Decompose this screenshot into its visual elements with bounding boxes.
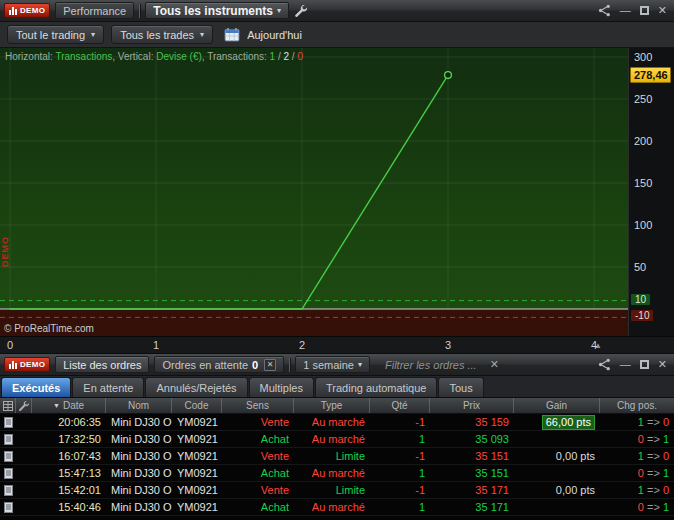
tab-annul-s-rejet-s[interactable]: Annulés/Rejetés: [145, 377, 247, 397]
performance-tab[interactable]: Performance: [55, 2, 134, 19]
mini-chart-icon: [9, 360, 17, 369]
x-tick-label: 0: [7, 339, 13, 351]
tab-ex-cut-s[interactable]: Exécutés: [1, 377, 71, 397]
period-dropdown[interactable]: 1 semaine ▾: [295, 356, 370, 373]
order-row[interactable]: 17:32:50Mini DJ30 O...YM0921AchatAu marc…: [0, 431, 674, 448]
col-header-code[interactable]: Code: [172, 398, 222, 413]
performance-chart-plot[interactable]: Horizontal: Transactions, Vertical: Devi…: [0, 48, 628, 336]
tab-multiples[interactable]: Multiples: [249, 377, 314, 397]
cell-sens: Achat: [222, 501, 294, 513]
cell-type: Au marché: [294, 501, 370, 513]
col-header-nom[interactable]: Nom: [106, 398, 172, 413]
cell-prix: 35 171: [430, 501, 514, 513]
orders-filter-input[interactable]: Filtrer les ordres ...: [385, 359, 477, 371]
period-today-label[interactable]: Aujourd'hui: [247, 29, 302, 41]
tab-en-attente[interactable]: En attente: [72, 377, 144, 397]
cell-type: Au marché: [294, 433, 370, 445]
cell-nom: Mini DJ30 O...: [106, 501, 172, 513]
order-row[interactable]: 16:07:43Mini DJ30 O...YM0921VenteLimite-…: [0, 448, 674, 465]
calendar-icon[interactable]: [224, 27, 240, 42]
order-row[interactable]: 15:47:13Mini DJ30 O...YM0921AchatAu marc…: [0, 465, 674, 482]
chart-legend: Horizontal: Transactions, Vertical: Devi…: [5, 51, 303, 62]
chart-x-axis[interactable]: ▲ 01234: [0, 336, 674, 354]
tab-trading-automatique[interactable]: Trading automatique: [315, 377, 438, 397]
close-icon[interactable]: ✕: [658, 359, 667, 370]
cell-gain: 0,00 pts: [514, 450, 600, 462]
cell-date: 15:42:01: [32, 484, 106, 496]
orders-tabs: ExécutésEn attenteAnnulés/RejetésMultipl…: [0, 376, 674, 398]
col-header-type[interactable]: Type: [294, 398, 370, 413]
chevron-down-icon: ▾: [277, 6, 281, 15]
order-row[interactable]: 15:40:46Mini DJ30 O...YM0921AchatAu marc…: [0, 499, 674, 516]
orders-list-tab[interactable]: Liste des ordres: [55, 356, 149, 373]
x-tick-label: 2: [299, 339, 305, 351]
cell-type: Limite: [294, 450, 370, 462]
cell-prix: 35 093: [430, 433, 514, 445]
close-pending-tab-icon[interactable]: ✕: [264, 359, 276, 371]
order-doc-icon: [0, 502, 16, 513]
col-header-date[interactable]: ▼ Date: [32, 398, 106, 413]
chart-y-axis[interactable]: 278,46 3002502001501005010-10: [628, 48, 674, 336]
col-header-gain[interactable]: Gain: [514, 398, 600, 413]
legend-part: Transactions:: [207, 51, 269, 62]
cell-chg-pos: 1 => 0: [600, 450, 674, 462]
cell-qte: 1: [370, 501, 430, 513]
y-tick-label: 150: [634, 177, 652, 189]
cell-prix: 35 159: [430, 416, 514, 428]
order-doc-icon: [0, 485, 16, 496]
instruments-dropdown-label: Tous les instruments: [153, 4, 273, 18]
order-row[interactable]: 20:06:35Mini DJ30 O...YM0921VenteAu marc…: [0, 414, 674, 431]
clear-filter-icon[interactable]: ✕: [490, 358, 499, 371]
share-icon[interactable]: [598, 358, 611, 371]
close-icon[interactable]: ✕: [658, 5, 667, 16]
header-list-icon[interactable]: [0, 398, 16, 413]
col-header-sens[interactable]: Sens: [222, 398, 294, 413]
maximize-icon[interactable]: [640, 360, 649, 369]
cell-date: 15:40:46: [32, 501, 106, 513]
y-tick-label: 50: [634, 261, 646, 273]
cell-sens: Vente: [222, 484, 294, 496]
threshold-badge: 10: [631, 294, 650, 305]
divider: [139, 4, 140, 18]
cell-gain: 66,00 pts: [514, 415, 600, 430]
instruments-dropdown[interactable]: Tous les instruments ▾: [145, 2, 289, 19]
share-icon[interactable]: [598, 4, 611, 17]
cell-qte: -1: [370, 450, 430, 462]
cell-sens: Vente: [222, 416, 294, 428]
header-settings-icon[interactable]: [16, 398, 32, 413]
mini-chart-icon: [9, 6, 17, 15]
cell-nom: Mini DJ30 O...: [106, 450, 172, 462]
cell-chg-pos: 0 => 1: [600, 501, 674, 513]
minimize-icon[interactable]: —: [620, 359, 631, 370]
trades-filter-label: Tous les trades: [120, 29, 194, 41]
window-controls: — ✕: [598, 4, 670, 17]
wrench-icon[interactable]: [294, 4, 307, 17]
cell-code: YM0921: [172, 433, 222, 445]
col-header-qte[interactable]: Qté: [370, 398, 430, 413]
cell-sens: Vente: [222, 450, 294, 462]
cell-code: YM0921: [172, 450, 222, 462]
pending-orders-tab[interactable]: Ordres en attente 0 ✕: [154, 356, 284, 373]
cell-code: YM0921: [172, 501, 222, 513]
cell-qte: -1: [370, 416, 430, 428]
col-header-prix[interactable]: Prix: [430, 398, 514, 413]
trades-filter-dropdown[interactable]: Tous les trades ▾: [111, 25, 213, 44]
trading-filter-dropdown[interactable]: Tout le trading ▾: [7, 25, 104, 44]
cell-chg-pos: 1 => 0: [600, 416, 674, 428]
order-row[interactable]: 15:42:01Mini DJ30 O...YM0921VenteLimite-…: [0, 482, 674, 499]
cell-code: YM0921: [172, 467, 222, 479]
divider: [289, 358, 290, 372]
cell-code: YM0921: [172, 484, 222, 496]
maximize-icon[interactable]: [640, 6, 649, 15]
order-doc-icon: [0, 468, 16, 479]
trading-filter-label: Tout le trading: [16, 29, 85, 41]
performance-toolbar: Tout le trading ▾ Tous les trades ▾ Aujo…: [0, 22, 674, 48]
cell-date: 16:07:43: [32, 450, 106, 462]
tab-tous[interactable]: Tous: [438, 377, 483, 397]
chevron-down-icon: ▾: [91, 30, 95, 39]
col-header-chg[interactable]: Chg pos.: [600, 398, 674, 413]
sort-desc-icon: ▼: [53, 402, 60, 409]
minimize-icon[interactable]: —: [620, 5, 631, 16]
demo-badge: DEMO: [4, 357, 50, 372]
cell-gain: 0,00 pts: [514, 484, 600, 496]
